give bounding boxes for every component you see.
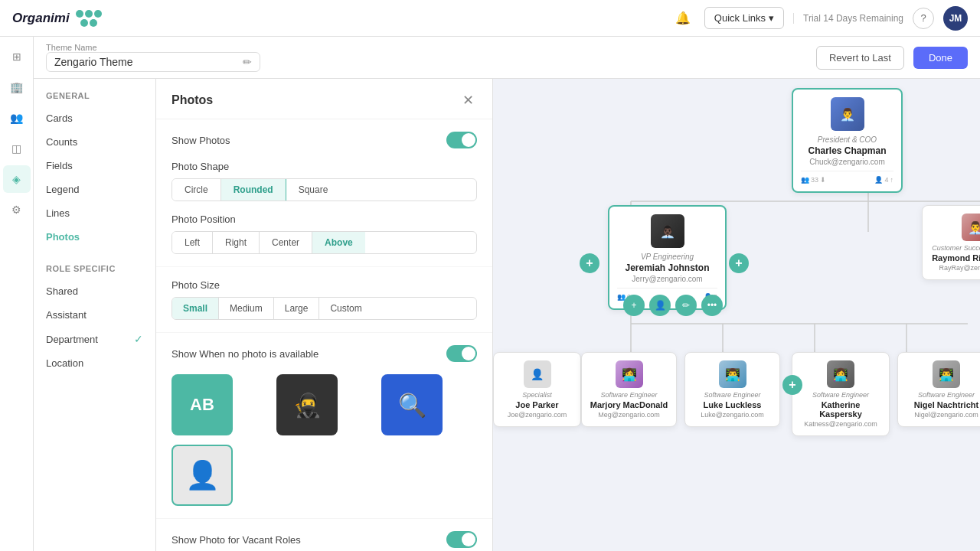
engineer3-role: Software Engineer xyxy=(800,391,881,399)
coo-email: Chuck@zengario.com xyxy=(801,158,893,166)
show-photos-label: Show Photos xyxy=(172,135,230,146)
size-custom-btn[interactable]: Custom xyxy=(319,298,372,319)
photo-thumb-silhouette[interactable]: 👤 xyxy=(172,445,233,506)
settings-item-counts[interactable]: Counts xyxy=(34,130,155,154)
photos-panel-close[interactable]: ✕ xyxy=(459,91,477,109)
vp-email: Jerry@zengario.com xyxy=(617,275,717,283)
done-button[interactable]: Done xyxy=(913,47,968,69)
settings-label-shared: Shared xyxy=(46,285,78,297)
edit-icon: ✏ xyxy=(243,56,252,68)
specialist-avatar: 👤 xyxy=(524,360,551,388)
shape-rounded-btn[interactable]: Rounded xyxy=(221,179,286,201)
grid-icon-btn[interactable]: ⊞ xyxy=(3,43,31,70)
csm-avatar: 👨‍💼 xyxy=(962,214,980,241)
shape-square-btn[interactable]: Square xyxy=(286,179,341,201)
settings-item-lines[interactable]: Lines xyxy=(34,201,155,225)
engineer2-card[interactable]: 👨‍💻 Software Engineer Luke Luckless Luke… xyxy=(684,352,780,427)
add-left-btn[interactable]: + xyxy=(580,253,599,273)
logo-icon xyxy=(76,10,102,27)
engineer4-name: Nigel Nachtricht xyxy=(906,400,980,409)
vp-add-child-btn[interactable]: + xyxy=(623,295,645,316)
photo-position-group: Left Right Center Above xyxy=(172,231,477,254)
settings-item-legend[interactable]: Legend xyxy=(34,178,155,201)
size-large-btn[interactable]: Large xyxy=(274,298,320,319)
no-photo-toggle[interactable] xyxy=(446,345,477,362)
settings-item-department[interactable]: Department ✓ xyxy=(34,327,155,351)
settings-label-location: Location xyxy=(46,357,83,369)
size-medium-btn[interactable]: Medium xyxy=(219,298,274,319)
trial-text: Trial 14 Days Remaining xyxy=(793,13,903,24)
photo-thumb-search[interactable]: 🔍 xyxy=(381,374,443,435)
theme-name-label: Theme Name xyxy=(46,43,276,52)
photos-panel-header: Photos ✕ xyxy=(156,79,492,119)
photo-thumbnail-grid: AB 🥷 🔍 👤 xyxy=(172,374,477,506)
notification-bell[interactable]: 🔔 xyxy=(671,6,695,31)
engineer3-avatar: 👩‍💻 xyxy=(827,360,854,388)
engineer3-name: Katherine Kaspersky xyxy=(800,400,881,419)
settings-item-cards[interactable]: Cards xyxy=(34,106,155,130)
settings-item-fields[interactable]: Fields xyxy=(34,154,155,178)
csm-card[interactable]: 👨‍💼 Customer Success Manager Raymond Ric… xyxy=(922,205,980,280)
add-between-btn[interactable]: + xyxy=(782,375,802,395)
vp-role: VP Engineering xyxy=(617,253,717,261)
settings-item-location[interactable]: Location xyxy=(34,351,155,375)
help-button[interactable]: ? xyxy=(913,8,934,29)
general-section-title: GENERAL xyxy=(34,88,155,106)
engineer1-card[interactable]: 👩‍💻 Software Engineer Marjory MacDonald … xyxy=(581,352,677,427)
photo-thumb-initials[interactable]: AB xyxy=(172,374,233,435)
people-icon-btn[interactable]: 👥 xyxy=(3,104,31,132)
photo-thumb-ninja[interactable]: 🥷 xyxy=(276,374,338,435)
department-check-icon: ✓ xyxy=(134,333,143,345)
settings-icon-btn[interactable]: ⚙ xyxy=(3,196,31,223)
logo-text: Organimi xyxy=(12,11,70,26)
vacant-toggle[interactable] xyxy=(446,531,477,548)
position-right-btn[interactable]: Right xyxy=(213,232,260,253)
no-photo-row: Show When no photo is available xyxy=(172,345,477,362)
csm-name: Raymond Richardson xyxy=(930,253,980,262)
theme-name-input[interactable] xyxy=(54,56,237,68)
vacant-section: Show Photo for Vacant Roles xyxy=(156,519,492,551)
vp-avatar: 👨🏿‍💼 xyxy=(651,214,684,248)
user-avatar[interactable]: JM xyxy=(943,6,968,31)
coo-role: President & COO xyxy=(801,135,893,144)
theme-icon-btn[interactable]: ◈ xyxy=(3,165,31,193)
settings-item-shared[interactable]: Shared xyxy=(34,279,155,303)
org-icon-btn[interactable]: 🏢 xyxy=(3,73,31,101)
revert-button[interactable]: Revert to Last xyxy=(816,46,904,70)
settings-panel: GENERAL Cards Counts Fields Legend Lines xyxy=(34,79,156,551)
coo-footer: 👥33⬇ 👤4↑ xyxy=(801,171,893,184)
settings-item-assistant[interactable]: Assistant xyxy=(34,303,155,327)
vp-edit-btn[interactable]: ✏ xyxy=(675,295,697,316)
show-photos-toggle[interactable] xyxy=(446,132,477,148)
photo-size-section: Photo Size Small Medium Large Custom xyxy=(156,267,492,333)
settings-label-cards: Cards xyxy=(46,112,73,124)
add-right-btn[interactable]: + xyxy=(729,253,749,273)
engineer4-card[interactable]: 👨‍💻 Software Engineer Nigel Nachtricht N… xyxy=(897,352,980,427)
coo-name: Charles Chapman xyxy=(801,145,893,156)
csm-email: RayRay@zengario.com xyxy=(930,264,980,272)
theme-bar: Theme Name ✏ Revert to Last Done xyxy=(34,37,980,79)
position-center-btn[interactable]: Center xyxy=(260,232,312,253)
vp-person-btn[interactable]: 👤 xyxy=(649,295,671,316)
vp-more-btn[interactable]: ••• xyxy=(701,295,723,316)
size-small-btn[interactable]: Small xyxy=(172,298,219,319)
topbar: Organimi 🔔 Quick Links ▾ Trial 14 Days R… xyxy=(0,0,980,37)
engineer4-role: Software Engineer xyxy=(906,391,980,399)
settings-label-legend: Legend xyxy=(46,184,79,195)
settings-item-photos[interactable]: Photos xyxy=(34,225,155,249)
shape-circle-btn[interactable]: Circle xyxy=(172,179,221,201)
vp-name: Jeremiah Johnston xyxy=(617,262,717,273)
photo-size-group: Small Medium Large Custom xyxy=(172,297,477,320)
coo-stat-2: 👤4↑ xyxy=(874,176,893,184)
quick-links-button[interactable]: Quick Links ▾ xyxy=(704,7,784,29)
photo-shape-section: Photo Shape Circle Rounded Square xyxy=(172,161,477,201)
photos-panel-title: Photos xyxy=(172,93,213,107)
coo-card[interactable]: 👨‍💼 President & COO Charles Chapman Chuc… xyxy=(792,88,903,193)
position-above-btn[interactable]: Above xyxy=(312,232,365,253)
engineer3-card[interactable]: 👩‍💻 Software Engineer Katherine Kaspersk… xyxy=(792,352,890,436)
engineer2-role: Software Engineer xyxy=(693,391,772,399)
field-icon-btn[interactable]: ◫ xyxy=(3,135,31,162)
position-left-btn[interactable]: Left xyxy=(172,232,213,253)
settings-label-fields: Fields xyxy=(46,160,73,171)
specialist-card[interactable]: 👤 Specialist Joe Parker Joe@zengario.com xyxy=(493,352,581,427)
